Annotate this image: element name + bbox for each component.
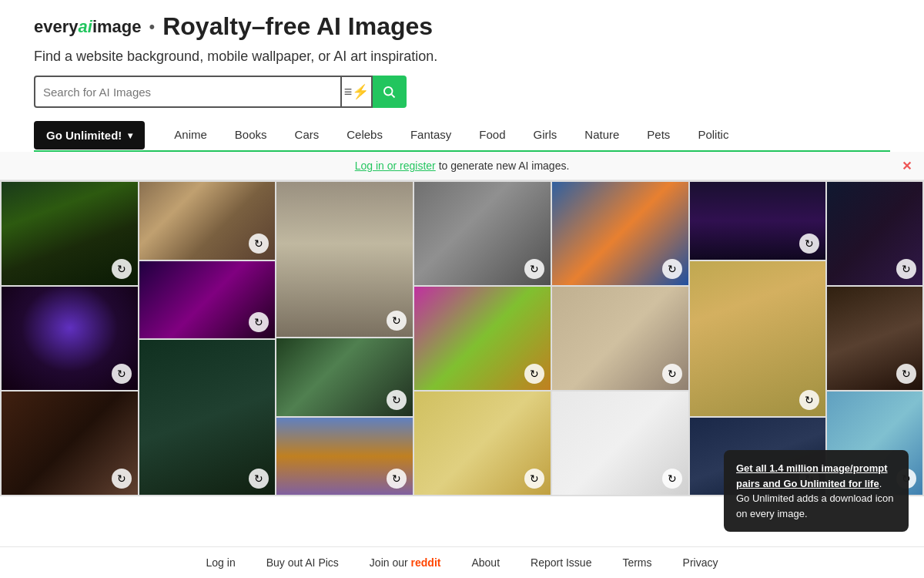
site-title: Royalty–free AI Images — [162, 12, 433, 41]
footer-privacy[interactable]: Privacy — [683, 556, 718, 569]
list-item[interactable]: ↻ — [552, 391, 688, 495]
logo-ai: ai — [79, 17, 92, 36]
nav-item-nature[interactable]: Nature — [571, 120, 633, 150]
filter-button[interactable]: ≡⚡ — [342, 76, 373, 108]
footer-reddit-link[interactable]: reddit — [411, 556, 441, 569]
filter-icon: ≡⚡ — [344, 83, 370, 100]
list-item[interactable]: ↻ — [690, 182, 826, 260]
tooltip-link[interactable]: Get all 1.4 million image/prompt pairs a… — [736, 462, 888, 489]
go-unlimited-label: Go Unlimited! — [46, 129, 122, 142]
search-input-wrap — [34, 76, 342, 108]
footer-reddit-row: Join our reddit — [370, 556, 441, 569]
list-item[interactable]: ↻ — [414, 287, 551, 390]
tagline: Find a website background, mobile wallpa… — [34, 49, 890, 65]
search-input[interactable] — [43, 86, 333, 99]
footer-terms[interactable]: Terms — [622, 556, 651, 569]
footer: Log in Buy out AI Pics Join our reddit A… — [0, 546, 924, 578]
refresh-icon[interactable]: ↻ — [112, 259, 132, 279]
svg-line-1 — [391, 94, 394, 97]
refresh-icon[interactable]: ↻ — [249, 312, 269, 332]
logo-separator: • — [149, 17, 155, 37]
refresh-icon[interactable]: ↻ — [524, 469, 544, 489]
search-row: ≡⚡ — [34, 76, 890, 108]
grid-col-4: ↻ ↻ ↻ — [414, 182, 551, 495]
refresh-icon[interactable]: ↻ — [249, 234, 269, 254]
refresh-icon[interactable]: ↻ — [662, 259, 682, 279]
footer-join-text: Join our — [370, 556, 411, 569]
refresh-icon[interactable]: ↻ — [799, 234, 819, 254]
list-item[interactable]: ↻ — [2, 287, 138, 390]
refresh-icon[interactable]: ↻ — [896, 364, 916, 384]
list-item[interactable]: ↻ — [139, 340, 276, 495]
list-item[interactable]: ↻ — [827, 287, 922, 390]
chevron-down-icon: ▾ — [128, 130, 132, 141]
refresh-icon[interactable]: ↻ — [387, 311, 407, 331]
list-item[interactable]: ↻ — [827, 182, 922, 285]
refresh-icon[interactable]: ↻ — [662, 364, 682, 384]
login-banner: Log in or register to generate new AI im… — [0, 152, 924, 180]
refresh-icon[interactable]: ↻ — [387, 390, 407, 410]
grid-col-7: ↻ ↻ ↻ — [827, 182, 922, 495]
refresh-icon[interactable]: ↻ — [112, 364, 132, 384]
refresh-icon[interactable]: ↻ — [249, 469, 269, 489]
list-item[interactable]: ↻ — [414, 391, 551, 495]
refresh-icon[interactable]: ↻ — [662, 469, 682, 489]
list-item[interactable]: ↻ — [552, 287, 688, 390]
list-item[interactable]: ↻ — [276, 418, 413, 496]
banner-message: to generate new AI images. — [436, 160, 570, 172]
nav-item-celebs[interactable]: Celebs — [333, 120, 397, 150]
image-grid: ↻ ↻ ↻ ↻ ↻ ↻ ↻ ↻ ↻ ↻ — [0, 180, 924, 496]
list-item[interactable]: ↻ — [276, 182, 413, 337]
go-unlimited-button[interactable]: Go Unlimited! ▾ — [34, 121, 145, 150]
list-item[interactable]: ↻ — [139, 261, 276, 339]
footer-login[interactable]: Log in — [206, 556, 236, 569]
list-item[interactable]: ↻ — [690, 261, 826, 416]
search-button[interactable] — [373, 76, 407, 108]
refresh-icon[interactable]: ↻ — [896, 259, 916, 279]
list-item[interactable]: ↻ — [139, 182, 276, 260]
nav-item-cars[interactable]: Cars — [281, 120, 333, 150]
refresh-icon[interactable]: ↻ — [524, 364, 544, 384]
list-item[interactable]: ↻ — [2, 182, 138, 285]
refresh-icon[interactable]: ↻ — [799, 390, 819, 410]
list-item[interactable]: ↻ — [2, 391, 138, 495]
search-icon — [382, 85, 396, 99]
nav-item-books[interactable]: Books — [221, 120, 281, 150]
footer-buy-out[interactable]: Buy out AI Pics — [266, 556, 339, 569]
tooltip-box: Get all 1.4 million image/prompt pairs a… — [724, 450, 909, 532]
refresh-icon[interactable]: ↻ — [387, 469, 407, 489]
list-item[interactable]: ↻ — [276, 338, 413, 416]
logo-row: everyaiimage • Royalty–free AI Images — [34, 12, 890, 41]
nav-bar: Go Unlimited! ▾ Anime Books Cars Celebs … — [34, 120, 890, 152]
grid-col-6: ↻ ↻ ↻ — [690, 182, 826, 495]
grid-col-1: ↻ ↻ ↻ — [2, 182, 138, 495]
login-register-link[interactable]: Log in or register — [355, 160, 436, 172]
logo: everyaiimage — [34, 17, 141, 37]
nav-item-anime[interactable]: Anime — [160, 120, 221, 150]
refresh-icon[interactable]: ↻ — [524, 259, 544, 279]
grid-col-2: ↻ ↻ ↻ — [139, 182, 276, 495]
nav-item-girls[interactable]: Girls — [520, 120, 571, 150]
grid-col-3: ↻ ↻ ↻ — [276, 182, 413, 495]
nav-item-fantasy[interactable]: Fantasy — [397, 120, 465, 150]
grid-col-5: ↻ ↻ ↻ — [552, 182, 688, 495]
nav-items: Anime Books Cars Celebs Fantasy Food Gir… — [160, 120, 742, 150]
svg-point-0 — [384, 87, 393, 96]
list-item[interactable]: ↻ — [552, 182, 688, 285]
footer-report[interactable]: Report Issue — [531, 556, 591, 569]
nav-item-politics[interactable]: Politic — [684, 120, 742, 150]
close-icon[interactable]: ✕ — [902, 159, 912, 173]
list-item[interactable]: ↻ — [414, 182, 551, 285]
nav-item-food[interactable]: Food — [465, 120, 519, 150]
header: everyaiimage • Royalty–free AI Images Fi… — [0, 0, 924, 152]
refresh-icon[interactable]: ↻ — [112, 469, 132, 489]
nav-item-pets[interactable]: Pets — [633, 120, 684, 150]
footer-about[interactable]: About — [471, 556, 500, 569]
